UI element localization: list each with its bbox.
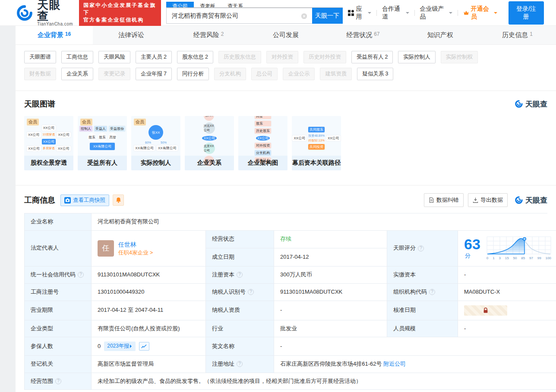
clear-search-icon[interactable]	[301, 13, 307, 21]
status-value: 存续	[274, 231, 387, 248]
search-tab-boss[interactable]: 查老板	[194, 2, 221, 7]
english-name-value: -	[274, 337, 556, 355]
tab-history-info[interactable]: 历史信息1	[479, 26, 556, 44]
subtab-outbound-investment: 对外投资	[266, 51, 298, 63]
subtab-tianyan-graph[interactable]: 天眼图谱	[24, 51, 56, 63]
field-label: 成立日期	[206, 248, 274, 266]
line-chart-icon	[141, 344, 147, 349]
card-actual-controller[interactable]: 会员 张XX 60%50% XX有限公司XX有限公司 实际控制人	[131, 116, 180, 170]
menu-enterprise[interactable]: 企业级产品	[414, 5, 457, 21]
primary-tabs: 企业背景16 法律诉讼 经营风险2 公司发展 经营状况67 知识产权 历史信息1	[16, 26, 556, 45]
subtab-change-records: 变更记录	[98, 68, 130, 80]
score-number: 63	[464, 236, 480, 252]
subtab-business-info[interactable]: 工商信息	[61, 51, 93, 63]
export-data-button[interactable]: 导出数据	[468, 193, 508, 207]
score-chart: 0131550859799100	[486, 236, 551, 261]
tab-operation-status[interactable]: 经营状况67	[324, 26, 401, 44]
menu-vip[interactable]: 开通会员	[458, 5, 502, 21]
subscribe-bell-button[interactable]	[113, 194, 124, 206]
subtab-actual-control: 实际控制权	[441, 51, 478, 63]
field-label: 工商注册号	[25, 284, 92, 301]
legal-rep-name-link[interactable]: 任世林	[118, 241, 136, 248]
help-icon[interactable]: ?	[237, 272, 243, 278]
approval-date-locked-value	[458, 301, 556, 320]
card-beneficial-owner[interactable]: 会员 控制人受益人受益股份 股东股东高管 XX有限公司 受益所有人	[78, 116, 127, 170]
subtab-actual-controller[interactable]: 实际控制人	[398, 51, 436, 63]
help-icon[interactable]: ?	[55, 378, 61, 384]
field-label: 统一社会信用代码?	[25, 267, 92, 284]
view-business-snapshot-button[interactable]: 查看工商快照	[60, 194, 109, 206]
download-icon	[473, 197, 478, 203]
tianyan-graph-section: 天眼图谱 天眼查 会员 XX公司 XX公司10层穿透XX公司 XX公司 XX公司…	[16, 91, 556, 181]
help-icon[interactable]: ?	[78, 272, 84, 278]
field-label: 企业名称	[25, 213, 92, 231]
business-scope-value: 未经加工的初级农产品、食品的批发零售。（依法须经批准的项目，经相关部门批准后方可…	[92, 373, 556, 390]
apps-grid-icon	[348, 10, 354, 16]
bell-icon	[116, 197, 121, 203]
badge-line2: 官方备案企业征信机构	[83, 16, 157, 24]
subtab-shareholders[interactable]: 股东信息2	[177, 51, 213, 63]
help-icon[interactable]: ?	[429, 289, 435, 295]
tab-company-background[interactable]: 企业背景16	[16, 26, 93, 44]
subtab-financial-data: 财务数据	[24, 68, 56, 80]
tab-legal-litigation[interactable]: 法律诉讼	[93, 26, 170, 44]
search-tab-company[interactable]: 查公司	[166, 2, 194, 7]
subtab-company-publicity: 企业公示	[283, 68, 315, 80]
chevron-down-icon	[449, 12, 452, 16]
arrow-right-icon	[130, 345, 133, 348]
subtab-beneficial-owner[interactable]: 受益所有人2	[351, 51, 393, 63]
business-info-table: 企业名称 河北稻初香商贸有限公司 法定代表人 任 任世林 任职4家企业 > 经营…	[24, 213, 547, 390]
crown-icon	[463, 10, 469, 16]
nearby-companies-link[interactable]: 附近公司	[383, 360, 406, 368]
help-icon[interactable]: ?	[237, 361, 243, 367]
business-term-value: 2017-04-12 至 2047-04-11	[92, 301, 206, 320]
staff-size-value: -	[458, 320, 556, 338]
graph-section-title: 天眼图谱	[24, 99, 55, 109]
tianyan-score-value: 63分	[458, 231, 556, 267]
card-company-relations[interactable]: 张XX河北XX公司 XX公司 北京XX公司赵XX 企业关系	[185, 116, 234, 170]
field-label: 注册地址?	[206, 356, 274, 373]
search-tabs: 查公司 查老板 查天系	[166, 2, 343, 8]
tianyancha-watermark: 天眼查	[515, 99, 547, 109]
subtab-suspected-relations[interactable]: 疑似关系3	[357, 68, 393, 80]
card-title: 股权全景穿透	[24, 156, 73, 170]
reg-capital-value: 300万人民币	[274, 267, 387, 284]
data-correction-button[interactable]: 数据纠错	[424, 193, 464, 207]
tab-intellectual-property[interactable]: 知识产权	[401, 26, 479, 44]
card-diagram: 高管股东历史股东 XX公司 对外投资分支机构历史法人	[238, 116, 287, 156]
subtab-company-relations[interactable]: 企业关系	[61, 68, 93, 80]
search-input[interactable]	[166, 8, 312, 24]
credit-code-value: 91130101MA08DUTCXK	[92, 267, 206, 284]
subtab-annual-report[interactable]: 企业年报7	[136, 68, 172, 80]
annual-report-badge[interactable]: 2023年报	[104, 342, 136, 351]
help-icon[interactable]: ?	[248, 289, 254, 295]
subtab-peer-analysis[interactable]: 同行分析	[177, 68, 209, 80]
member-badge: 会员	[27, 119, 39, 125]
business-section-title: 工商信息	[24, 195, 55, 205]
subtab-history-shareholders: 历史股东信息	[218, 51, 261, 63]
document-edit-icon	[429, 197, 434, 203]
login-register-button[interactable]: 登录/注册	[509, 1, 544, 25]
menu-partner[interactable]: 合作通道	[377, 5, 414, 21]
insured-trend-chart-button[interactable]	[139, 342, 149, 351]
tianyancha-watermark: 天眼查	[515, 195, 547, 205]
search-button[interactable]: 天眼一下	[312, 8, 343, 24]
card-equity-penetration[interactable]: 会员 XX公司 XX公司10层穿透XX公司 XX公司 XX公司多层穿透XX公司 …	[24, 116, 73, 170]
card-capital-connection-path[interactable]: 共同股东 XX公司 投资48.89%持股52.13% XX公司 共同投资 幕后资…	[292, 116, 341, 170]
tab-company-development[interactable]: 公司发展	[247, 26, 325, 44]
legal-rep-companies-link[interactable]: 任职4家企业 >	[118, 249, 153, 257]
subtab-tianyan-risk[interactable]: 天眼风险	[98, 51, 130, 63]
member-badge: 会员	[80, 119, 92, 125]
subtab-key-personnel[interactable]: 主要人员2	[136, 51, 172, 63]
vip-locked-placeholder[interactable]	[464, 305, 507, 316]
search-tab-relation[interactable]: 查天系	[221, 2, 249, 7]
card-company-structure[interactable]: 高管股东历史股东 XX公司 对外投资分支机构历史法人 企业架构图	[238, 116, 287, 170]
tianyancha-logo[interactable]: 天眼查 TianYanCha.com	[16, 0, 73, 26]
tab-operation-risk[interactable]: 经营风险2	[170, 26, 247, 44]
field-label: 人员规模	[387, 320, 458, 338]
card-diagram: 共同股东 XX公司 投资48.89%持股52.13% XX公司 共同投资	[292, 116, 341, 156]
card-title: 受益所有人	[78, 156, 127, 170]
legal-rep-avatar[interactable]: 任	[98, 240, 114, 257]
help-icon[interactable]: ?	[418, 245, 424, 251]
menu-apps[interactable]: 应用	[343, 5, 376, 21]
